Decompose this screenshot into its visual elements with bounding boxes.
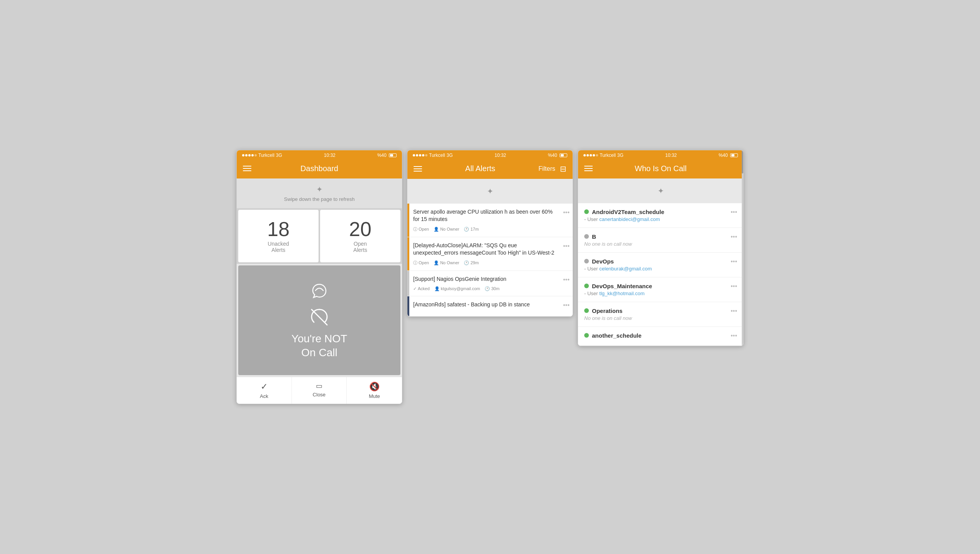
refresh-text: Swipe down the page to refresh [284, 196, 355, 202]
hamburger-menu-2[interactable] [414, 166, 422, 172]
network-1: 3G [276, 153, 282, 158]
oncall-name-3: DevOps_Maintenance [592, 283, 652, 289]
mute-icon: 🔇 [369, 382, 380, 392]
dots-menu-5[interactable]: ••• [731, 332, 737, 339]
battery-text-2: %40 [548, 153, 557, 158]
time-2: 10:32 [495, 153, 506, 158]
alert-owner-3: 👤 ktgulsoy@gmail.com [434, 286, 480, 291]
carrier-2: Turkcell [429, 153, 445, 158]
alerts-header: All Alerts Filters ⊟ [407, 160, 573, 179]
alert-title-4: [AmazonRds] safatest - Backing up DB in … [413, 301, 556, 309]
owner-icon-2: 👤 [434, 260, 439, 265]
dot5 [254, 154, 257, 156]
a-hline3 [414, 171, 422, 172]
spinner-icon-1: ✦ [316, 185, 323, 194]
dot2 [245, 154, 248, 156]
unacked-number: 18 [267, 219, 290, 239]
spinner-icon-3: ✦ [658, 186, 664, 195]
alert-dots-3[interactable]: ••• [560, 273, 573, 286]
oncall-name-row-0: AndroidV2Team_schedule [584, 209, 731, 215]
oncall-noone-1: No one is on call now [584, 241, 731, 247]
dashboard-title: Dashboard [251, 164, 387, 173]
hamburger-menu-3[interactable] [584, 166, 593, 171]
alert-time-text-2: 29m [470, 260, 478, 265]
status-bar-1: Turkcell 3G 10:32 %40 [237, 150, 402, 160]
time-3: 10:32 [665, 153, 677, 158]
hamburger-menu-1[interactable] [243, 166, 251, 171]
a-dot2 [416, 154, 418, 156]
oncall-user-0: - User canertanbideci@gmail.com [584, 216, 731, 222]
alert-item-4[interactable]: [AmazonRds] safatest - Backing up DB in … [407, 296, 573, 317]
status-bar-3: Turkcell 3G 10:32 %40 [578, 150, 743, 160]
time-icon-3: 🕐 [485, 286, 490, 291]
hamburger-line2 [243, 168, 251, 169]
alert-item-2[interactable]: [Delayed-AutoClose]ALARM: "SQS Qu eue un… [407, 237, 573, 271]
status-bar-2: Turkcell 3G 10:32 %40 [407, 150, 573, 160]
oncall-loading: ✦ [578, 178, 743, 203]
oncall-item-3[interactable]: DevOps_Maintenance - User tlg_kk@hotmail… [578, 277, 743, 302]
alert-owner-1: 👤 No Owner [434, 227, 459, 232]
mute-label: Mute [369, 393, 380, 399]
alert-dots-2[interactable]: ••• [560, 240, 573, 253]
oncall-item-4[interactable]: Operations No one is on call now ••• [578, 302, 743, 327]
oncall-email-2[interactable]: celenburak@gmail.com [599, 266, 652, 272]
oncall-name-2: DevOps [592, 258, 614, 265]
filter-icon[interactable]: ⊟ [560, 164, 566, 173]
status-right-3: %40 [719, 153, 738, 158]
oncall-name-4: Operations [592, 308, 622, 314]
alert-meta-1: ⓘ Open 👤 No Owner 🕐 17m [413, 226, 556, 232]
a-dot1 [413, 154, 415, 156]
oncall-name-0: AndroidV2Team_schedule [592, 209, 664, 215]
alert-item-1[interactable]: Server apollo average CPU utilization h … [407, 204, 573, 237]
alert-dots-1[interactable]: ••• [560, 206, 573, 219]
close-button[interactable]: ▭ Close [292, 377, 347, 404]
alerts-title: All Alerts [427, 164, 534, 173]
owner-icon-3: 👤 [434, 286, 440, 291]
signal-dots-1 [242, 154, 257, 156]
oncall-info-4: Operations No one is on call now [584, 308, 731, 321]
dots-menu-1[interactable]: ••• [731, 233, 737, 240]
oncall-info-5: another_schedule [584, 332, 731, 340]
on-call-card: You're NOTOn Call [238, 265, 400, 376]
oncall-info-0: AndroidV2Team_schedule - User canertanbi… [584, 209, 731, 222]
filters-button[interactable]: Filters [538, 165, 555, 172]
user-line-0: - User [584, 216, 598, 222]
battery-fill-2 [561, 154, 564, 156]
oncall-info-1: B No one is on call now [584, 233, 731, 247]
alert-time-2: 🕐 29m [464, 260, 478, 265]
stat-card-unacked[interactable]: 18 UnackedAlerts [238, 210, 319, 262]
alert-time-3: 🕐 30m [485, 286, 499, 291]
o-dot4 [593, 154, 595, 156]
oncall-user-3: - User tlg_kk@hotmail.com [584, 291, 731, 296]
status-left-3: Turkcell 3G [583, 153, 624, 158]
oncall-name-row-3: DevOps_Maintenance [584, 283, 731, 289]
oncall-email-0[interactable]: canertanbideci@gmail.com [599, 216, 660, 222]
oncall-item-2[interactable]: DevOps - User celenburak@gmail.com ••• [578, 253, 743, 277]
stat-card-open[interactable]: 20 OpenAlerts [320, 210, 400, 262]
dots-menu-4[interactable]: ••• [731, 308, 737, 314]
owner-icon-1: 👤 [434, 227, 439, 232]
ack-button[interactable]: ✓ Ack [237, 377, 292, 404]
oncall-email-3[interactable]: tlg_kk@hotmail.com [599, 291, 644, 296]
status-right-2: %40 [548, 153, 567, 158]
o-dot3 [590, 154, 592, 156]
phone-icon [310, 281, 329, 300]
dots-menu-3[interactable]: ••• [731, 283, 737, 290]
alert-body-3: [Support] Nagios OpsGenie Integration ✓ … [409, 271, 560, 296]
o-dot2 [587, 154, 589, 156]
not-on-call-text: You're NOTOn Call [292, 332, 347, 360]
network-2: 3G [447, 153, 453, 158]
status-circle-3 [584, 284, 589, 288]
alert-dots-4[interactable]: ••• [560, 299, 573, 312]
dots-menu-2[interactable]: ••• [731, 258, 737, 265]
oncall-item-1[interactable]: B No one is on call now ••• [578, 228, 743, 253]
mute-button[interactable]: 🔇 Mute [347, 377, 402, 404]
alert-body-4: [AmazonRds] safatest - Backing up DB in … [409, 296, 560, 316]
status-circle-0 [584, 209, 589, 214]
dots-menu-0[interactable]: ••• [731, 209, 737, 216]
oncall-header: Who Is On Call [578, 160, 743, 178]
alert-item-3[interactable]: [Support] Nagios OpsGenie Integration ✓ … [407, 271, 573, 296]
oncall-item-5[interactable]: another_schedule ••• [578, 327, 743, 346]
oncall-item-0[interactable]: AndroidV2Team_schedule - User canertanbi… [578, 203, 743, 228]
unacked-label: UnackedAlerts [268, 241, 289, 253]
